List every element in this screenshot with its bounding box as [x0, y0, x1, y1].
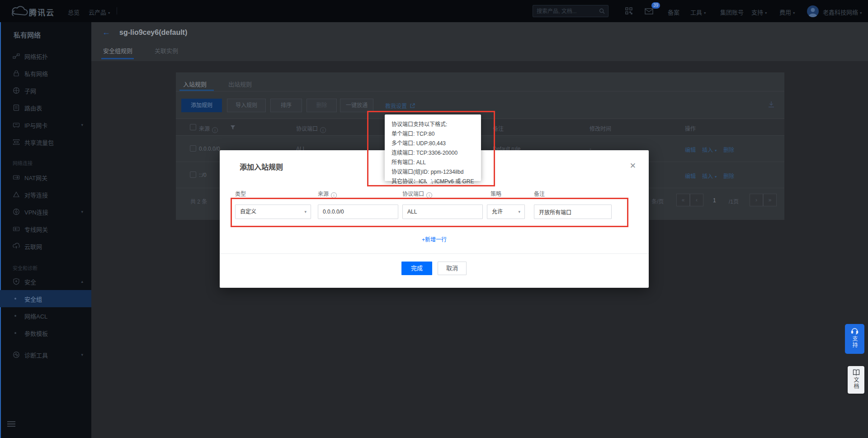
sidebar-item-diagnostic-tools[interactable]: 诊断工具 ▾ — [0, 346, 91, 363]
insert-link[interactable]: 插入▾ — [702, 146, 717, 153]
topology-icon — [13, 52, 20, 60]
docs-widget[interactable]: 文档 — [848, 366, 864, 394]
direct-connect-icon — [13, 225, 20, 233]
chevron-down-icon: ▾ — [81, 209, 83, 214]
bullet-icon — [14, 298, 16, 300]
search-input[interactable] — [537, 5, 595, 17]
nav-beian[interactable]: 备案 — [668, 8, 679, 16]
sort-button[interactable]: 排序 — [270, 99, 302, 112]
delete-button[interactable]: 删除 — [307, 99, 337, 112]
tab-security-group-rules[interactable]: 安全组规则 — [103, 46, 132, 55]
nav-group-account[interactable]: 集团账号 — [720, 8, 744, 16]
sidebar-item-parameter-template[interactable]: 参数模板 — [0, 324, 91, 342]
sidebar-item-shared-bandwidth[interactable]: 共享流量包 — [0, 133, 91, 151]
page-title: sg-lio9cey6(default) — [119, 29, 187, 37]
delete-link[interactable]: 删除 — [723, 172, 734, 180]
add-row-link[interactable]: +新增一行 — [220, 235, 649, 243]
nav-support[interactable]: 支持▾ — [751, 8, 767, 16]
chevron-down-icon: ▾ — [108, 11, 110, 15]
search-icon[interactable] — [599, 8, 605, 14]
delete-link[interactable]: 删除 — [723, 146, 734, 153]
sidebar: 私有网络 网络拓扑 私有网络 子网 路由表 IP与网卡 ▾ 共享流量包 网络连接 — [0, 22, 91, 438]
tab-outbound-rules[interactable]: 出站规则 — [228, 80, 252, 88]
support-widget[interactable]: 支持 — [845, 324, 864, 354]
nav-tools[interactable]: 工具▾ — [690, 8, 706, 16]
col-protocol-port: 协议端口i — [296, 124, 326, 133]
close-icon[interactable]: ✕ — [630, 161, 636, 171]
nav-billing[interactable]: 费用▾ — [779, 8, 795, 16]
collapse-sidebar-icon[interactable] — [7, 420, 15, 428]
account-menu[interactable]: 老鑫科技网络▾ — [823, 8, 862, 16]
tooltip-line: 所有端口: ALL — [392, 158, 474, 167]
chevron-down-icon: ▾ — [81, 123, 83, 127]
qrcode-icon[interactable] — [625, 7, 632, 14]
insert-link[interactable]: 插入▾ — [702, 172, 717, 180]
remark-field — [534, 205, 612, 219]
col-modified: 修改时间 — [590, 124, 611, 132]
next-page-button[interactable]: › — [750, 194, 763, 206]
sidebar-item-direct-connect[interactable]: 专线网关 — [0, 220, 91, 238]
chevron-down-icon: ▾ — [304, 205, 307, 219]
info-icon[interactable]: i — [212, 127, 218, 133]
info-icon[interactable]: i — [331, 192, 337, 198]
mail-icon[interactable] — [645, 8, 653, 14]
sidebar-item-security-group[interactable]: 安全组 — [0, 290, 91, 307]
info-icon[interactable]: i — [320, 127, 326, 133]
prev-page-button[interactable]: ‹ — [690, 194, 703, 206]
sidebar-item-vpc[interactable]: 私有网络 — [0, 65, 91, 82]
first-page-button[interactable]: « — [676, 194, 690, 206]
cloud-network-icon — [13, 243, 20, 250]
logo-text[interactable]: 腾讯云 — [29, 6, 55, 18]
source-input[interactable] — [318, 205, 398, 219]
label-type: 类型 — [235, 190, 246, 197]
sidebar-item-network-acl[interactable]: 网络ACL — [0, 307, 91, 324]
sidebar-item-nat-gateway[interactable]: NAT网关 — [0, 169, 91, 186]
nav-overview[interactable]: 总览 — [68, 8, 80, 16]
divider — [220, 253, 649, 254]
label-protocol-port: 协议端口i — [402, 190, 432, 198]
remark-input[interactable] — [534, 205, 611, 219]
message-count-badge[interactable]: 39 — [651, 2, 660, 9]
avatar[interactable] — [807, 5, 819, 17]
add-rule-button[interactable]: 添加规则 — [181, 99, 222, 112]
bullet-icon — [14, 332, 16, 334]
sidebar-item-route-table[interactable]: 路由表 — [0, 99, 91, 116]
diagnostic-icon — [13, 351, 20, 358]
chevron-up-icon: ▴ — [81, 279, 83, 284]
info-icon[interactable]: i — [426, 192, 432, 198]
active-tab-underline — [101, 58, 134, 59]
sidebar-item-vpn[interactable]: VPN连接 ▾ — [0, 203, 91, 220]
divider — [176, 91, 784, 91]
last-page-button[interactable]: » — [763, 194, 777, 206]
sidebar-item-ip-nic[interactable]: IP与网卡 ▾ — [0, 116, 91, 133]
sidebar-item-ccn[interactable]: 云联网 — [0, 238, 91, 255]
select-all-checkbox[interactable] — [190, 124, 196, 130]
open-all-button[interactable]: 一键放通 — [340, 99, 373, 112]
filter-icon[interactable] — [230, 125, 236, 130]
cancel-button[interactable]: 取消 — [438, 262, 467, 275]
row-checkbox[interactable] — [190, 171, 196, 178]
col-action: 操作 — [685, 124, 696, 132]
package-icon — [13, 138, 20, 146]
done-button[interactable]: 完成 — [401, 262, 432, 275]
edit-link[interactable]: 编辑 — [685, 172, 696, 180]
edit-link[interactable]: 编辑 — [685, 146, 696, 153]
nav-products[interactable]: 云产品▾ — [89, 8, 110, 16]
teach-me-link[interactable]: 教我设置 — [385, 102, 415, 110]
protocol-port-input[interactable] — [403, 205, 482, 219]
back-button[interactable]: ← — [102, 28, 110, 37]
sidebar-item-security[interactable]: 安全 ▴ — [0, 273, 91, 290]
download-icon[interactable] — [768, 101, 774, 108]
bullet-icon — [14, 315, 16, 317]
policy-select[interactable]: 允许 ▾ — [487, 205, 525, 219]
import-rule-button[interactable]: 导入规则 — [227, 99, 266, 112]
tab-associated-instances[interactable]: 关联实例 — [155, 46, 178, 55]
sidebar-item-subnet[interactable]: 子网 — [0, 82, 91, 99]
chevron-down-icon: ▾ — [793, 11, 795, 15]
tab-inbound-rules[interactable]: 入站规则 — [183, 80, 207, 88]
type-select[interactable]: 自定义 ▾ — [235, 205, 311, 219]
row-checkbox[interactable] — [190, 145, 196, 152]
sidebar-item-network-topology[interactable]: 网络拓扑 — [0, 48, 91, 65]
sidebar-item-peering[interactable]: 对等连接 — [0, 186, 91, 203]
tooltip-line: 单个端口: TCP:80 — [392, 129, 474, 139]
